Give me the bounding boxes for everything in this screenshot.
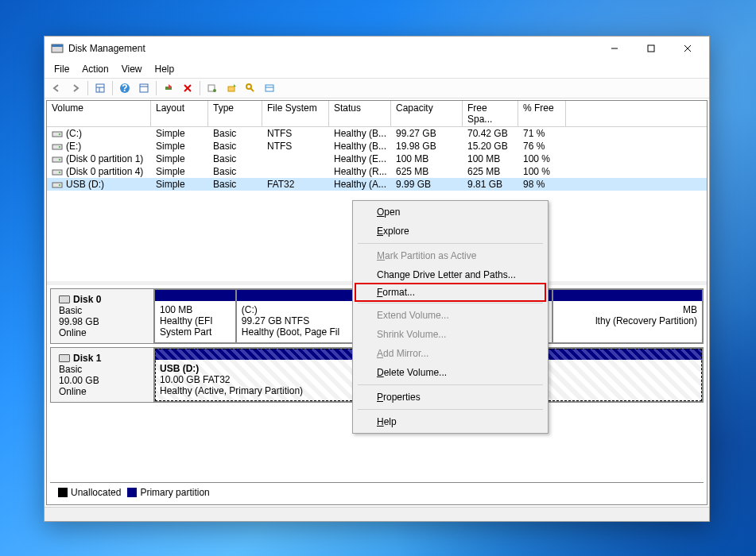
delete-icon[interactable] [179, 79, 196, 97]
cell-freespace: 100 MB [463, 153, 518, 165]
properties-icon[interactable] [135, 79, 153, 97]
disk-header[interactable]: Disk 0Basic99.98 GBOnline [51, 289, 154, 343]
disk-size: 10.00 GB [59, 375, 145, 386]
ctx-mark-active: Mark Partition as Active [355, 246, 546, 265]
settings-icon[interactable] [242, 79, 259, 97]
ctx-add-mirror: Add Mirror... [355, 344, 546, 363]
volume-row[interactable]: (Disk 0 partition 1)SimpleBasicHealthy (… [47, 153, 707, 165]
cell-volume: USB (D:) [47, 178, 151, 191]
ctx-explore[interactable]: Explore [355, 222, 546, 241]
svg-rect-25 [52, 145, 62, 149]
legend: Unallocated Primary partition [50, 482, 704, 501]
cell-volume: (Disk 0 partition 1) [47, 153, 151, 165]
svg-rect-23 [52, 132, 62, 137]
disk-icon [59, 354, 70, 362]
forward-button[interactable] [67, 79, 84, 97]
svg-point-32 [59, 184, 60, 186]
partition-info: 100 MBHealthy (EFI System Part [155, 301, 235, 342]
partition[interactable]: 100 MBHealthy (EFI System Part [154, 289, 236, 343]
cell-layout: Simple [151, 127, 208, 140]
svg-rect-29 [52, 170, 62, 175]
menu-help[interactable]: Help [149, 62, 181, 76]
new-volume-icon[interactable] [223, 79, 240, 97]
cell-type: Basic [208, 127, 262, 140]
cell-type: Basic [208, 140, 262, 153]
column-header-fs[interactable]: File System [262, 101, 329, 126]
cell-capacity: 100 MB [391, 153, 463, 165]
cell-type: Basic [208, 165, 262, 178]
maximize-button[interactable] [633, 37, 669, 60]
column-header-status[interactable]: Status [329, 101, 391, 126]
back-button[interactable] [48, 79, 65, 97]
svg-rect-31 [52, 183, 62, 187]
svg-text:?: ? [122, 83, 127, 94]
partition-bar [155, 290, 235, 301]
rescan-icon[interactable] [204, 79, 221, 97]
cell-capacity: 99.27 GB [391, 127, 463, 140]
ctx-properties[interactable]: Properties [355, 388, 546, 407]
menubar: File Action View Help [45, 60, 709, 78]
cell-layout: Simple [151, 153, 208, 165]
volume-row[interactable]: (Disk 0 partition 4)SimpleBasicHealthy (… [47, 165, 707, 178]
cell-pctfree: 71 % [518, 127, 566, 140]
disk-status: Online [59, 386, 145, 397]
volume-list-header[interactable]: VolumeLayoutTypeFile SystemStatusCapacit… [47, 101, 707, 127]
volume-row[interactable]: (C:)SimpleBasicNTFSHealthy (B...99.27 GB… [47, 127, 707, 140]
show-hide-console-button[interactable] [91, 79, 109, 97]
disk-name: Disk 1 [59, 353, 145, 364]
drive-icon [52, 141, 63, 152]
ctx-extend: Extend Volume... [355, 306, 546, 325]
ctx-separator [358, 243, 543, 244]
disk-icon [59, 295, 70, 303]
cell-pctfree: 98 % [518, 178, 566, 191]
cell-pctfree: 100 % [518, 165, 566, 178]
legend-unallocated: Unallocated [58, 487, 121, 498]
cell-status: Healthy (R... [329, 165, 391, 178]
partition[interactable]: MBlthy (Recovery Partition) [552, 289, 703, 343]
cell-type: Basic [208, 178, 262, 191]
drive-icon [52, 128, 63, 139]
legend-primary: Primary partition [127, 487, 209, 498]
ctx-help[interactable]: Help [355, 412, 546, 431]
titlebar[interactable]: Disk Management [45, 37, 709, 60]
disk-header[interactable]: Disk 1Basic10.00 GBOnline [51, 348, 154, 402]
disk-type: Basic [59, 364, 145, 375]
disk-type: Basic [59, 305, 145, 316]
close-button[interactable] [669, 37, 706, 60]
ctx-shrink: Shrink Volume... [355, 325, 546, 344]
refresh-icon[interactable] [160, 79, 177, 97]
ctx-format[interactable]: Format... [355, 283, 546, 302]
ctx-delete[interactable]: Delete Volume... [355, 363, 546, 382]
cell-pctfree: 100 % [518, 153, 566, 165]
column-header-pctfree[interactable]: % Free [518, 101, 566, 126]
minimize-button[interactable] [596, 37, 633, 60]
menu-file[interactable]: File [48, 62, 76, 76]
window-title: Disk Management [68, 43, 596, 54]
toolbar-separator [156, 81, 157, 95]
disk-status: Online [59, 327, 145, 338]
menu-view[interactable]: View [115, 62, 149, 76]
cell-layout: Simple [151, 140, 208, 153]
cell-volume: (Disk 0 partition 4) [47, 165, 151, 178]
volume-row[interactable]: USB (D:)SimpleBasicFAT32Healthy (A...9.9… [47, 178, 707, 191]
cell-volume: (E:) [47, 140, 151, 153]
help-button[interactable]: ? [116, 79, 134, 97]
disk-name: Disk 0 [59, 294, 145, 305]
svg-point-17 [213, 89, 216, 92]
column-header-layout[interactable]: Layout [151, 101, 208, 126]
column-header-volume[interactable]: Volume [47, 101, 151, 126]
volume-row[interactable]: (E:)SimpleBasicNTFSHealthy (B...19.98 GB… [47, 140, 707, 153]
ctx-separator [358, 409, 543, 410]
column-header-freespace[interactable]: Free Spa... [463, 101, 518, 126]
volume-rows: (C:)SimpleBasicNTFSHealthy (B...99.27 GB… [47, 127, 707, 191]
drive-icon [52, 166, 63, 177]
disk-size: 99.98 GB [59, 316, 145, 327]
cell-fs: FAT32 [262, 178, 329, 191]
menu-action[interactable]: Action [76, 62, 114, 76]
partition-info: MBlthy (Recovery Partition) [553, 301, 702, 342]
column-header-capacity[interactable]: Capacity [391, 101, 463, 126]
list-icon[interactable] [261, 79, 278, 97]
ctx-change-letter[interactable]: Change Drive Letter and Paths... [355, 265, 546, 284]
ctx-open[interactable]: Open [355, 203, 546, 222]
column-header-type[interactable]: Type [208, 101, 262, 126]
